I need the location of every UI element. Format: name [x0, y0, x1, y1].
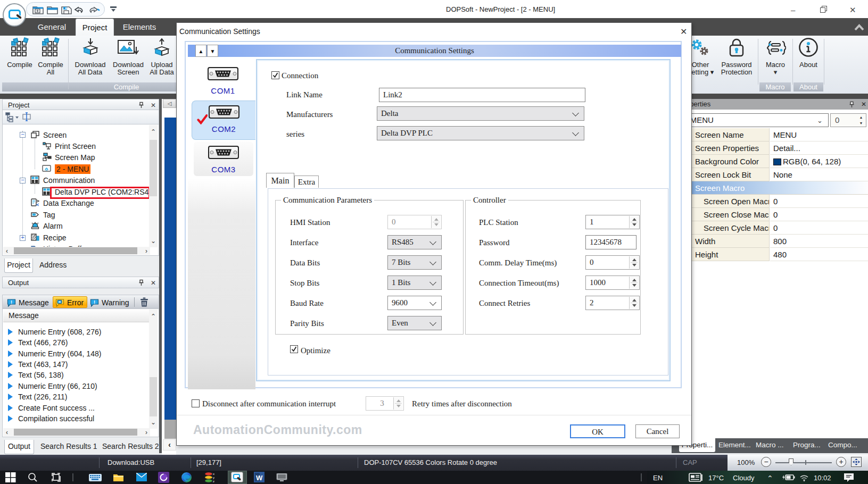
svg-text:!: !	[94, 299, 95, 305]
svg-text:z: z	[213, 480, 214, 483]
svg-text:x: x	[213, 472, 214, 475]
svg-text:!: !	[11, 299, 12, 305]
svg-text:y: y	[213, 476, 214, 479]
svg-text:×: ×	[59, 299, 61, 304]
